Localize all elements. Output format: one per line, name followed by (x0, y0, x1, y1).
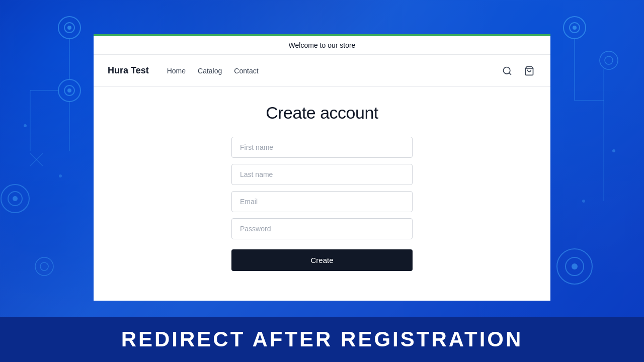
nav-icons (500, 64, 536, 78)
announcement-text: Welcome to our store (289, 41, 356, 49)
password-input[interactable] (231, 218, 413, 239)
cart-icon (524, 66, 534, 76)
search-button[interactable] (500, 64, 514, 78)
first-name-input[interactable] (231, 137, 413, 158)
announcement-bar: Welcome to our store (94, 36, 550, 55)
main-panel: Welcome to our store Hura Test Home Cata… (94, 34, 550, 301)
nav-home[interactable]: Home (167, 67, 186, 75)
svg-point-29 (59, 174, 62, 177)
last-name-input[interactable] (231, 164, 413, 185)
email-input[interactable] (231, 191, 413, 212)
svg-point-14 (600, 51, 618, 69)
content-area: Create account Create (94, 87, 550, 301)
svg-point-15 (605, 56, 613, 64)
page-title: Create account (266, 103, 378, 123)
bottom-banner-text: REDIRECT AFTER REGISTRATION (121, 327, 523, 351)
search-icon (502, 66, 512, 76)
brand-name[interactable]: Hura Test (108, 65, 149, 76)
cart-button[interactable] (522, 64, 536, 78)
svg-point-10 (40, 262, 48, 270)
svg-point-2 (67, 26, 71, 30)
svg-point-8 (13, 196, 18, 201)
nav-contact[interactable]: Contact (234, 67, 258, 75)
svg-point-9 (35, 257, 53, 276)
svg-point-13 (573, 26, 577, 30)
svg-line-33 (509, 72, 511, 74)
svg-point-5 (67, 88, 71, 93)
navbar: Hura Test Home Catalog Contact (94, 55, 550, 87)
registration-form: Create (231, 137, 413, 271)
svg-point-18 (572, 263, 578, 269)
svg-point-30 (612, 149, 615, 152)
svg-point-28 (24, 124, 27, 127)
bottom-banner: REDIRECT AFTER REGISTRATION (0, 317, 644, 362)
nav-links: Home Catalog Contact (167, 67, 500, 75)
nav-catalog[interactable]: Catalog (198, 67, 222, 75)
svg-point-31 (582, 200, 585, 203)
create-account-button[interactable]: Create (231, 249, 413, 271)
